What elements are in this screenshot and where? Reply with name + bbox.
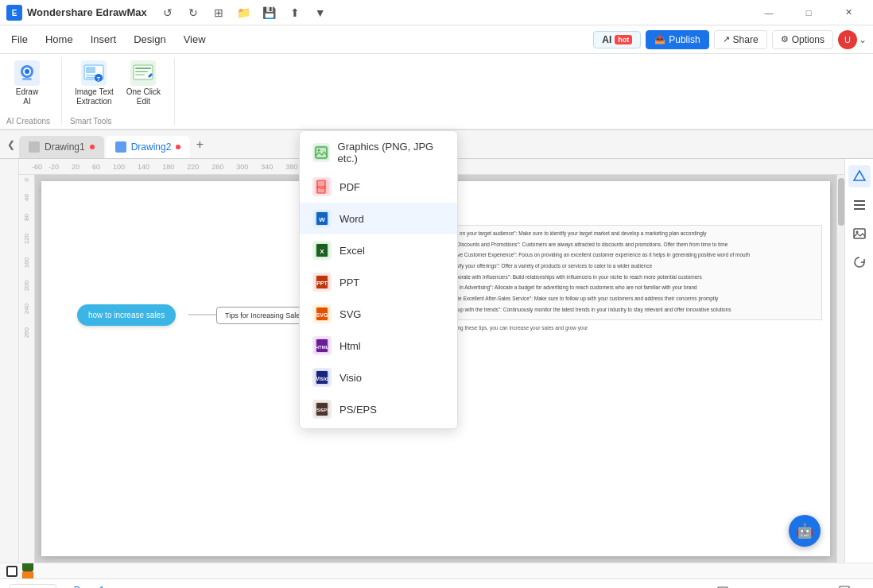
pdf-label: PDF: [340, 181, 360, 193]
child-node-text: Tips for Increasing Sales: [225, 311, 304, 319]
smart-tools-label: Smart Tools: [70, 115, 168, 126]
ribbon-items-ai: EdrawAI: [6, 57, 55, 115]
export-btn[interactable]: ⬆: [284, 3, 306, 22]
export-excel-btn[interactable]: X Excel: [300, 234, 457, 266]
tip-2: 2. "Offer Discounts and Promotions": Cus…: [436, 240, 817, 250]
html-icon: HTML: [312, 336, 332, 355]
export-word-btn[interactable]: W Word: [300, 203, 457, 234]
export-svg-btn[interactable]: SVG SVG: [300, 298, 457, 330]
svg-label: SVG: [340, 308, 361, 320]
add-page-btn[interactable]: +: [60, 585, 67, 589]
ppt-label: PPT: [340, 277, 359, 288]
share-btn[interactable]: ↗ Share: [714, 30, 767, 49]
close-btn[interactable]: ✕: [830, 0, 867, 25]
menu-design[interactable]: Design: [126, 30, 173, 48]
color-swatches: [22, 563, 33, 578]
app-title: Wondershare EdrawMax: [27, 6, 147, 18]
menu-file[interactable]: File: [3, 30, 36, 48]
page-dropdown[interactable]: Page-1 ▾: [10, 584, 56, 588]
svg-rect-34: [854, 208, 865, 210]
export-pdf-btn[interactable]: PDF PDF: [300, 171, 457, 203]
tip-3: 3. "Improve Customer Experience": Focus …: [436, 250, 817, 260]
one-click-edit-btn[interactable]: One ClickEdit: [122, 57, 165, 110]
central-node[interactable]: how to increase sales: [77, 304, 176, 326]
maximize-btn[interactable]: □: [790, 0, 827, 25]
svg-rect-18: [135, 74, 145, 75]
add-tab-btn[interactable]: +: [190, 135, 209, 154]
color-swatch[interactable]: [22, 571, 33, 579]
export-ppt-btn[interactable]: PPT PPT: [300, 266, 457, 298]
undo-btn[interactable]: ↺: [157, 3, 179, 22]
menu-view[interactable]: View: [176, 30, 214, 48]
more-btn[interactable]: ▼: [309, 3, 332, 22]
options-label: Options: [792, 34, 824, 45]
one-click-edit-icon: [130, 60, 156, 86]
word-label: Word: [340, 213, 364, 225]
color-swatch[interactable]: [22, 563, 33, 571]
export-html-btn[interactable]: HTML Html: [300, 330, 457, 362]
svg-rect-16: [135, 68, 151, 69]
sidebar-history-btn[interactable]: [848, 251, 871, 273]
options-btn[interactable]: ⚙ Options: [772, 30, 833, 49]
svg-text:Visio: Visio: [316, 376, 328, 381]
window-controls: — □ ✕: [751, 0, 867, 25]
menu-home[interactable]: Home: [37, 30, 81, 48]
publish-btn[interactable]: 📤 Publish: [646, 30, 708, 49]
sidebar-image-btn[interactable]: [848, 222, 871, 245]
svg-text:SVG: SVG: [316, 312, 328, 318]
export-graphics-btn[interactable]: Graphics (PNG, JPG etc.): [300, 134, 457, 171]
export-ps-btn[interactable]: PS/EPS PS/EPS: [300, 393, 457, 425]
child-node[interactable]: Tips for Increasing Sales: [216, 307, 312, 324]
svg-rect-6: [22, 78, 32, 80]
tab-drawing2[interactable]: Drawing2: [106, 136, 191, 158]
one-click-edit-label: One ClickEdit: [126, 87, 161, 106]
ribbon: EdrawAI AI Creations T I: [0, 54, 873, 130]
zoom-out-btn[interactable]: —: [777, 584, 793, 589]
sidebar-shapes-btn[interactable]: [848, 165, 871, 188]
new-btn[interactable]: ⊞: [208, 3, 230, 22]
menu-insert[interactable]: Insert: [83, 30, 125, 48]
app-logo: E Wondershare EdrawMax: [6, 5, 147, 21]
svg-rect-33: [854, 204, 865, 206]
tip-5: 5. "Collaborate with Influencers": Build…: [436, 273, 817, 282]
ai-tab[interactable]: AI hot: [593, 31, 641, 48]
share-label: Share: [733, 34, 759, 45]
visio-icon: Visio: [312, 368, 332, 387]
scrollbar-vertical[interactable]: [836, 175, 844, 563]
status-right: Number of shapes: 6 ⊕ Focus ⏺ — 45% + ⤢: [616, 584, 863, 589]
collapse-btn[interactable]: ⌄: [859, 34, 867, 45]
tip-4: 4. "Diversify your offerings": Offer a v…: [436, 261, 817, 271]
tab-drawing1[interactable]: Drawing1: [19, 136, 104, 158]
excel-label: Excel: [340, 245, 365, 257]
save-btn[interactable]: 💾: [258, 3, 281, 22]
ps-icon: PS/EPS: [312, 400, 332, 419]
left-panel: [0, 159, 19, 563]
sidebar-properties-btn[interactable]: [848, 194, 871, 216]
ps-label: PS/EPS: [340, 404, 377, 416]
svg-text:X: X: [320, 248, 324, 255]
ai-bot-btn[interactable]: 🤖: [789, 515, 821, 547]
tab-icon-drawing2: [115, 141, 126, 153]
open-btn[interactable]: 📁: [233, 3, 255, 22]
fit-page-btn[interactable]: [839, 586, 850, 589]
tip-7: 7. "Provide Excellent After-Sales Servic…: [436, 294, 817, 304]
edraw-ai-btn[interactable]: EdrawAI: [6, 57, 48, 110]
minimize-btn[interactable]: —: [751, 0, 787, 25]
export-visio-btn[interactable]: Visio Visio: [300, 362, 457, 393]
user-avatar[interactable]: U: [838, 30, 857, 49]
stroke-fill-indicator[interactable]: [6, 566, 17, 577]
active-page-label[interactable]: Page-1: [74, 585, 105, 588]
title-bar: E Wondershare EdrawMax ↺ ↻ ⊞ 📁 💾 ⬆ ▼ — □…: [0, 0, 873, 25]
tab-drawing1-dot: [90, 145, 95, 149]
word-icon: W: [312, 209, 332, 228]
scrollbar-thumb[interactable]: [838, 178, 844, 226]
zoom-in-btn[interactable]: +: [817, 584, 832, 589]
image-text-extraction-btn[interactable]: T Image TextExtraction: [70, 57, 118, 110]
left-panel-toggle[interactable]: ❮: [3, 137, 19, 153]
ribbon-group-smart: T Image TextExtraction: [64, 57, 175, 126]
ribbon-group-ai: EdrawAI AI Creations: [6, 57, 62, 126]
ai-label: AI: [602, 34, 611, 45]
image-text-extraction-icon: T: [81, 60, 107, 86]
redo-btn[interactable]: ↻: [182, 3, 204, 22]
publish-label: Publish: [669, 34, 700, 45]
